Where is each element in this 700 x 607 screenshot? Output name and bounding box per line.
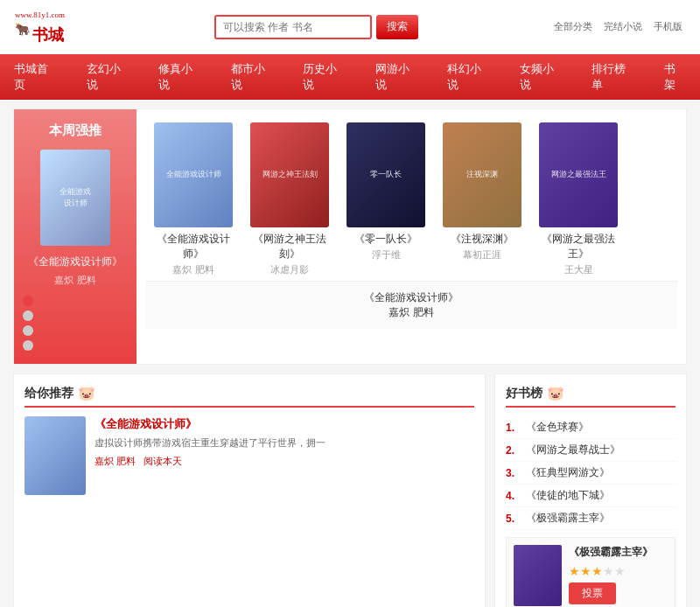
recommend-title: 给你推荐 🐷 (24, 385, 474, 408)
book-author-3: 浮于维 (342, 248, 430, 262)
dot-3[interactable] (23, 325, 33, 336)
featured-best-item: 《极强霸露主宰》 ★★★★★ 投票 (506, 537, 676, 607)
book-cover-2[interactable]: 网游之神王法刻 (250, 122, 329, 227)
list-link-2[interactable]: 《网游之最尊战士》 (526, 443, 620, 457)
search-button[interactable]: 搜索 (376, 15, 418, 39)
list-num-4: 4. (506, 490, 522, 502)
list-item: 3. 《狂典型网游文》 (506, 462, 676, 485)
star-rating: ★★★★★ (569, 564, 668, 578)
nav-lishi[interactable]: 历史小说 (289, 54, 361, 100)
book-author-4: 幕初正涯 (438, 248, 526, 262)
featured-best-title[interactable]: 《极强霸露主宰》 (569, 545, 668, 560)
carousel-dots (23, 296, 128, 351)
book-title-3[interactable]: 《零一队长》 (342, 232, 430, 247)
cover-text-3: 零一队长 (346, 122, 425, 227)
book-title-4[interactable]: 《注视深渊》 (438, 232, 526, 247)
nav-dushi[interactable]: 都市小说 (217, 54, 290, 100)
nav-kehuan[interactable]: 科幻小说 (433, 54, 506, 100)
logo: www.81y1.com 🐂 书城 (13, 7, 83, 46)
list-link-3[interactable]: 《狂典型网游文》 (526, 465, 610, 480)
best-books-panel: 好书榜 🐷 1. 《金色球赛》 2. 《网游之最尊战士》 3. 《狂典型网游文》… (494, 373, 687, 607)
recommend-label: 给你推荐 (24, 386, 74, 401)
book-cover-3[interactable]: 零一队长 (346, 122, 425, 227)
dot-1[interactable] (23, 296, 33, 306)
featured-left-panel: 本周强推 全能游戏设计师 《全能游戏设计师》 嘉炽 肥料 (14, 109, 136, 364)
best-books-label: 好书榜 (506, 386, 542, 401)
featured-left-author: 嘉炽 肥料 (23, 274, 128, 287)
vote-button[interactable]: 投票 (569, 583, 616, 604)
featured-bottom-author: 嘉炽 肥料 (158, 305, 664, 320)
nav-nvpin[interactable]: 女频小说 (506, 54, 578, 100)
book-title-2[interactable]: 《网游之神王法刻》 (246, 232, 333, 262)
featured-book-3: 零一队长 《零一队长》 浮于维 (342, 122, 430, 276)
list-link-4[interactable]: 《使徒的地下城》 (526, 488, 610, 503)
two-column-section: 给你推荐 🐷 《全能游戏设计师》 虚拟设计师携带游戏宿主重生穿越进了平行世界，拥… (13, 373, 687, 607)
book-cover-5[interactable]: 网游之最强法王 (539, 122, 618, 227)
svg-text:🐂: 🐂 (15, 22, 31, 37)
book-author-1: 嘉炽 肥料 (150, 263, 237, 276)
recommended-item: 《全能游戏设计师》 虚拟设计师携带游戏宿主重生穿越进了平行世界，拥一 嘉炽 肥料… (24, 416, 474, 495)
list-link-1[interactable]: 《金色球赛》 (526, 420, 589, 435)
featured-book-2: 网游之神王法刻 《网游之神王法刻》 冰虐月影 (246, 122, 333, 276)
rec-book-title[interactable]: 《全能游戏设计师》 (94, 416, 474, 432)
book-cover-4[interactable]: 注视深渊 (443, 122, 522, 227)
list-link-5[interactable]: 《极强霸露主宰》 (526, 511, 610, 526)
rec-author-link[interactable]: 嘉炽 肥料 (94, 456, 136, 466)
best-books-list: 1. 《金色球赛》 2. 《网游之最尊战士》 3. 《狂典型网游文》 4. 《使… (506, 416, 676, 530)
featured-bottom-info: 《全能游戏设计师》 嘉炽 肥料 (145, 281, 677, 329)
top-link-completed[interactable]: 完结小说 (604, 21, 642, 31)
list-num-3: 3. (506, 467, 522, 479)
featured-book-5: 网游之最强法王 《网游之最强法王》 王大星 (535, 122, 622, 276)
empty-stars: ★★ (603, 564, 626, 578)
book-author-2: 冰虐月影 (246, 263, 333, 276)
header-top-links: 全部分类 完结小说 手机版 (550, 20, 687, 33)
best-books-title: 好书榜 🐷 (506, 385, 676, 408)
svg-text:书城: 书城 (32, 26, 65, 44)
list-num-5: 5. (506, 513, 522, 525)
search-input[interactable] (214, 15, 372, 39)
featured-section-title: 本周强推 (23, 122, 128, 139)
main-content: 本周强推 全能游戏设计师 《全能游戏设计师》 嘉炽 肥料 全能游戏设计师 《全能… (0, 100, 700, 607)
logo-image: www.81y1.com 🐂 书城 (13, 7, 83, 46)
cover-text-4: 注视深渊 (443, 122, 522, 227)
cover-text-5: 网游之最强法王 (539, 122, 618, 227)
featured-main-cover: 全能游戏设计师 (40, 150, 110, 246)
book-title-5[interactable]: 《网游之最强法王》 (535, 232, 622, 262)
top-link-all-categories[interactable]: 全部分类 (554, 21, 592, 31)
nav-bookshelf[interactable]: 书架 (650, 54, 700, 100)
pig-icon-right: 🐷 (547, 385, 564, 401)
rec-read-link[interactable]: 阅读本天 (144, 456, 182, 466)
featured-bottom-title[interactable]: 《全能游戏设计师》 (158, 290, 664, 305)
dot-2[interactable] (23, 310, 33, 321)
rec-book-meta: 嘉炽 肥料 阅读本天 (94, 455, 474, 468)
book-title-1[interactable]: 《全能游戏设计师》 (150, 232, 237, 262)
pig-icon-left: 🐷 (78, 385, 95, 401)
book-author-5: 王大星 (535, 263, 622, 276)
nav-xiuzhen[interactable]: 修真小说 (144, 54, 217, 100)
nav-xuanhuan[interactable]: 玄幻小说 (73, 54, 145, 100)
list-num-1: 1. (506, 422, 522, 434)
search-area: 搜索 (214, 15, 418, 39)
rec-book-desc: 虚拟设计师携带游戏宿主重生穿越进了平行世界，拥一 (94, 436, 474, 450)
featured-best-cover[interactable] (514, 545, 562, 606)
dot-4[interactable] (23, 340, 33, 351)
featured-section: 本周强推 全能游戏设计师 《全能游戏设计师》 嘉炽 肥料 全能游戏设计师 《全能… (13, 108, 687, 365)
nav-ranking[interactable]: 排行榜单 (578, 54, 650, 100)
list-item: 2. 《网游之最尊战士》 (506, 439, 676, 462)
rec-book-cover[interactable] (24, 416, 86, 495)
featured-book-4: 注视深渊 《注视深渊》 幕初正涯 (438, 122, 526, 276)
main-nav: 书城首页 玄幻小说 修真小说 都市小说 历史小说 网游小说 科幻小说 女频小说 … (0, 54, 700, 100)
nav-wangyou[interactable]: 网游小说 (361, 54, 434, 100)
book-cover-1[interactable]: 全能游戏设计师 (154, 122, 233, 227)
rec-book-info: 《全能游戏设计师》 虚拟设计师携带游戏宿主重生穿越进了平行世界，拥一 嘉炽 肥料… (94, 416, 474, 495)
list-item: 4. 《使徒的地下城》 (506, 485, 676, 507)
header: www.81y1.com 🐂 书城 搜索 全部分类 完结小说 手机版 (0, 0, 700, 54)
top-link-mobile[interactable]: 手机版 (654, 21, 682, 31)
cover-text-2: 网游之神王法刻 (250, 122, 329, 227)
featured-left-book-title[interactable]: 《全能游戏设计师》 (23, 255, 128, 269)
featured-right-panel: 全能游戏设计师 《全能游戏设计师》 嘉炽 肥料 网游之神王法刻 《网游之神王法刻… (136, 109, 686, 364)
featured-best-info: 《极强霸露主宰》 ★★★★★ 投票 (569, 545, 668, 604)
nav-home[interactable]: 书城首页 (0, 54, 73, 100)
list-item: 1. 《金色球赛》 (506, 416, 676, 439)
list-num-2: 2. (506, 444, 522, 457)
